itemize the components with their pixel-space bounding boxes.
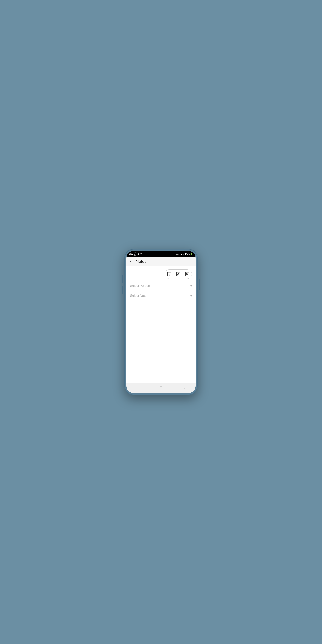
icon-group [164, 270, 192, 279]
toolbar-icons [126, 266, 196, 281]
edit-icon [176, 272, 181, 276]
home-button[interactable] [157, 384, 165, 392]
back-nav-icon [182, 386, 186, 390]
select-note-label: Select Note [130, 294, 146, 298]
back-nav-button[interactable] [180, 384, 188, 392]
nav-bar [126, 383, 196, 393]
delete-note-button[interactable] [183, 270, 192, 278]
phone-screen: 8:02 0 KB/s 0KB/s 🖼 ✉ • Vo) LTE+LTE1 ↑↓ [126, 251, 196, 393]
svg-rect-16 [160, 387, 162, 389]
recents-button[interactable] [134, 384, 142, 392]
status-left: 8:02 0 KB/s 0KB/s 🖼 ✉ • [129, 251, 143, 257]
delete-icon [185, 272, 190, 276]
dot-icon: • [142, 253, 143, 255]
network-label: Vo) LTE+LTE1 ↑↓ [175, 252, 180, 255]
main-content: Select Person ▾ Select Note ▾ [126, 266, 196, 383]
volume-up-button[interactable] [122, 275, 123, 283]
status-right: Vo) LTE+LTE1 ↑↓ 43% 🔋 [175, 252, 193, 255]
add-note-icon [167, 272, 172, 276]
svg-text:KB/s: KB/s [134, 252, 136, 253]
select-note-dropdown[interactable]: Select Note ▾ [126, 291, 196, 301]
status-bar: 8:02 0 KB/s 0KB/s 🖼 ✉ • Vo) LTE+LTE1 ↑↓ [126, 251, 196, 257]
person-dropdown-arrow-icon: ▾ [190, 284, 192, 288]
page-title: Notes [136, 259, 146, 264]
select-person-label: Select Person [130, 284, 150, 288]
image-icon: 🖼 [138, 253, 139, 255]
phone-device: 8:02 0 KB/s 0KB/s 🖼 ✉ • Vo) LTE+LTE1 ↑↓ [124, 249, 198, 395]
recents-icon [136, 386, 140, 390]
status-kb: 0 KB/s 0KB/s [134, 251, 137, 257]
mail-icon: ✉ [140, 253, 142, 255]
status-time: 8:02 [129, 253, 133, 255]
svg-rect-2 [167, 272, 171, 276]
note-content-area[interactable] [126, 301, 196, 368]
battery-icon: 🔋 [190, 253, 193, 255]
edit-note-button[interactable] [174, 270, 183, 278]
note-dropdown-arrow-icon: ▾ [190, 294, 192, 298]
battery-percent: 43% [186, 253, 190, 255]
app-bar: ← Notes [126, 257, 196, 266]
signal-bars [181, 253, 183, 255]
power-button[interactable] [199, 279, 200, 290]
back-button[interactable]: ← [129, 259, 134, 264]
select-person-dropdown[interactable]: Select Person ▾ [126, 281, 196, 291]
add-note-button[interactable] [165, 270, 174, 278]
signal-bars-2 [184, 253, 186, 255]
volume-down-button[interactable] [122, 286, 123, 294]
home-icon [159, 386, 163, 390]
